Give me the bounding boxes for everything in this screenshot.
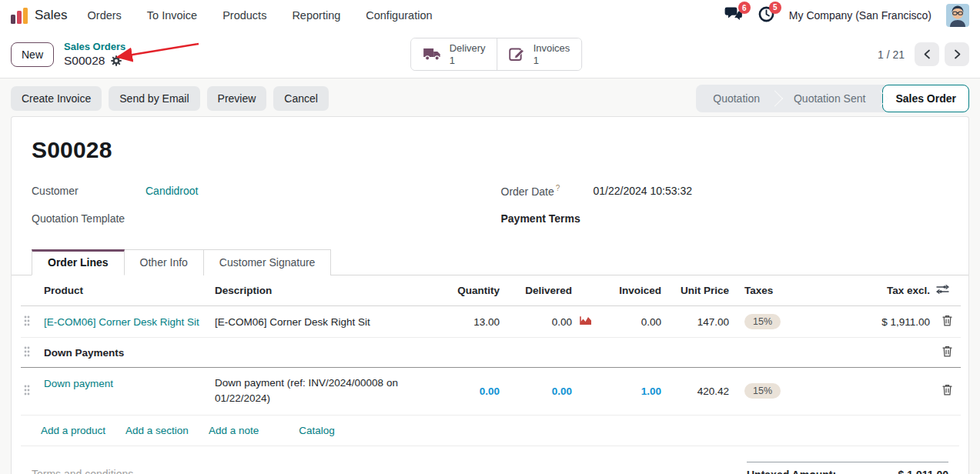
top-navbar: Sales Orders To Invoice Products Reporti… [0, 0, 980, 31]
field-grid: Customer Candidroot Quotation Template O… [12, 177, 968, 232]
col-taxes[interactable]: Taxes [732, 275, 798, 306]
invoiced-cell[interactable]: 0.00 [595, 306, 664, 338]
quotation-template-field-row: Quotation Template [32, 205, 490, 232]
invoiced-cell[interactable]: 1.00 [641, 386, 661, 397]
breadcrumb-sales-orders-link[interactable]: Sales Orders [64, 41, 125, 53]
section-name-cell[interactable]: Down Payments [41, 338, 933, 368]
unit-price-cell[interactable]: 420.42 [664, 368, 732, 416]
quantity-cell[interactable]: 13.00 [435, 306, 503, 338]
delete-row-icon[interactable] [942, 315, 952, 326]
menu-to-invoice[interactable]: To Invoice [147, 9, 197, 22]
col-product[interactable]: Product [41, 275, 212, 306]
payment-terms-label: Payment Terms [501, 212, 594, 225]
action-bar: Create Invoice Send by Email Preview Can… [0, 78, 980, 114]
smart-buttons: Delivery 1 Invoices 1 [410, 38, 583, 71]
pager-previous-button[interactable] [915, 42, 939, 66]
chevron-left-icon [923, 49, 932, 59]
adjust-columns-icon[interactable] [936, 285, 949, 297]
pager-next-button[interactable] [945, 42, 969, 66]
description-cell[interactable]: Down payment (ref: INV/2024/00008 on 01/… [212, 368, 435, 416]
order-date-value[interactable]: 01/22/2024 10:53:32 [594, 185, 692, 197]
description-cell[interactable]: [E-COM06] Corner Desk Right Sit [212, 306, 435, 338]
unit-price-cell[interactable]: 147.00 [664, 306, 732, 338]
catalog-link[interactable]: Catalog [299, 425, 335, 436]
nav-left: Sales Orders To Invoice Products Reporti… [11, 8, 433, 24]
invoices-smart-button[interactable]: Invoices 1 [497, 38, 582, 70]
activities-button[interactable]: 5 [758, 6, 774, 25]
list-footer-links: Add a product Add a section Add a note C… [21, 416, 959, 446]
col-quantity[interactable]: Quantity [435, 275, 503, 306]
menu-configuration[interactable]: Configuration [366, 9, 432, 22]
order-date-field-row: Order Date? 01/22/2024 10:53:32 [501, 177, 969, 205]
order-lines-table: Product Description Quantity Delivered I… [21, 275, 961, 416]
breadcrumb: Sales Orders S00028 [64, 41, 125, 68]
add-a-section-link[interactable]: Add a section [125, 425, 189, 436]
user-avatar[interactable] [946, 4, 969, 27]
notebook-tabs: Order Lines Other Info Customer Signatur… [12, 249, 968, 275]
messages-button[interactable]: 6 [724, 6, 744, 25]
activities-badge: 5 [769, 2, 781, 14]
create-invoice-button[interactable]: Create Invoice [11, 86, 102, 111]
tax-badge[interactable]: 15% [744, 314, 781, 329]
delivered-cell[interactable]: 0.00 [503, 306, 595, 338]
control-bar: New Sales Orders S00028 [0, 31, 980, 78]
drag-handle-icon[interactable] [21, 368, 41, 416]
messages-badge: 6 [738, 2, 751, 14]
menu-reporting[interactable]: Reporting [292, 9, 340, 22]
pager-counter[interactable]: 1 / 21 [878, 48, 905, 61]
status-quotation-sent[interactable]: Quotation Sent [777, 85, 882, 112]
status-quotation[interactable]: Quotation [696, 85, 777, 112]
payment-terms-field-row: Payment Terms [501, 205, 969, 232]
col-description[interactable]: Description [212, 275, 435, 306]
drag-handle-icon[interactable] [21, 338, 41, 368]
untaxed-amount-label: Untaxed Amount: [747, 469, 836, 474]
tab-other-info[interactable]: Other Info [125, 249, 204, 275]
product-link[interactable]: [E-COM06] Corner Desk Right Sit [44, 316, 199, 328]
sales-app-logo-icon[interactable] [11, 8, 28, 24]
customer-value-link[interactable]: Candidroot [145, 185, 199, 197]
main-menu: Orders To Invoice Products Reporting Con… [88, 9, 433, 22]
company-switcher[interactable]: My Company (San Francisco) [789, 9, 932, 22]
delivery-smart-button[interactable]: Delivery 1 [411, 38, 497, 70]
help-question-icon: ? [556, 184, 560, 192]
col-delivered[interactable]: Delivered [503, 275, 595, 306]
menu-orders[interactable]: Orders [88, 9, 122, 22]
sheet-bottom-row: Terms and conditions Untaxed Amount: $ 1… [32, 462, 948, 474]
product-link[interactable]: Down payment [44, 378, 113, 389]
menu-products[interactable]: Products [222, 9, 266, 22]
customer-field-row: Customer Candidroot [32, 177, 490, 205]
tab-order-lines[interactable]: Order Lines [32, 249, 125, 275]
app-name[interactable]: Sales [35, 8, 68, 23]
quotation-template-label: Quotation Template [32, 212, 145, 225]
tax-badge[interactable]: 15% [744, 383, 781, 399]
preview-button[interactable]: Preview [207, 86, 267, 111]
new-button[interactable]: New [11, 42, 54, 67]
delete-row-icon[interactable] [942, 345, 952, 357]
cancel-button[interactable]: Cancel [273, 86, 329, 111]
tax-excl-cell [798, 368, 933, 416]
section-row[interactable]: Down Payments [21, 338, 961, 368]
col-invoiced[interactable]: Invoiced [595, 275, 664, 306]
quantity-cell[interactable]: 0.00 [480, 386, 500, 397]
col-unit-price[interactable]: Unit Price [664, 275, 732, 306]
gear-icon[interactable] [110, 55, 122, 67]
add-a-product-link[interactable]: Add a product [41, 425, 105, 436]
tab-customer-signature[interactable]: Customer Signature [204, 249, 332, 275]
invoice-edit-icon [510, 47, 527, 62]
terms-and-conditions-link[interactable]: Terms and conditions [32, 468, 133, 474]
chevron-right-icon [953, 49, 962, 59]
status-sales-order[interactable]: Sales Order [882, 85, 969, 112]
delete-row-icon[interactable] [942, 384, 952, 396]
add-a-note-link[interactable]: Add a note [209, 425, 259, 436]
send-by-email-button[interactable]: Send by Email [109, 86, 199, 111]
table-header-row: Product Description Quantity Delivered I… [21, 275, 961, 306]
delivery-count: 1 [450, 55, 455, 67]
untaxed-amount-value: $ 1,911.00 [898, 469, 948, 474]
drag-handle-icon[interactable] [21, 306, 41, 338]
col-tax-excl[interactable]: Tax excl. [798, 275, 933, 306]
order-line-row[interactable]: [E-COM06] Corner Desk Right Sit [E-COM06… [21, 306, 961, 338]
delivered-cell[interactable]: 0.00 [552, 386, 572, 397]
forecast-report-icon[interactable] [579, 315, 592, 328]
order-line-row[interactable]: Down payment Down payment (ref: INV/2024… [21, 368, 961, 416]
totals-block: Untaxed Amount: $ 1,911.00 [747, 462, 948, 474]
